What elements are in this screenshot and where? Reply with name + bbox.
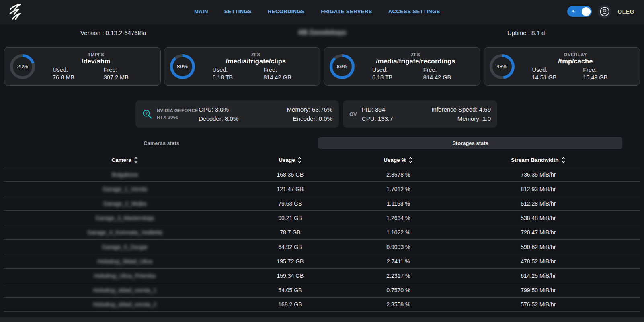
usage-percent-cell: 2.2317 %: [335, 273, 462, 279]
toggle-knob: [582, 7, 591, 16]
usage-cell: 78.7 GB: [246, 229, 334, 236]
username-label[interactable]: OLEG: [617, 8, 634, 15]
usage-cell: 90.21 GB: [246, 215, 334, 221]
gpu-encoder-stat: Encoder: 0.0%: [287, 115, 332, 122]
fs-type-label: ZFS: [197, 52, 315, 57]
detector-cpu-stat: CPU: 133.7: [362, 115, 393, 122]
column-header-usage[interactable]: Usage: [246, 157, 334, 163]
detector-pid-stat: PID: 894: [362, 106, 393, 113]
usage-cell: 159.34 GB: [246, 273, 334, 279]
table-row: Garage_3_Masterskaja 90.21 GB 1.2634 % 5…: [4, 210, 640, 225]
nav-link-recordings[interactable]: RECORDINGS: [268, 8, 305, 14]
bandwidth-cell: 478.52 MiB/hr: [462, 258, 615, 265]
camera-name-blurred: Bulgakova: [4, 171, 246, 178]
bandwidth-cell: 512.28 MiB/hr: [462, 200, 615, 207]
camera-name-blurred: Garage_3_Masterskaja: [4, 215, 246, 221]
table-row: Holodnyj_sklad_vorota_2 168.2 GB 2.3558 …: [4, 297, 640, 312]
table-header-row: Camera Usage Usage % Stream Bandwidth: [4, 153, 640, 167]
nav-link-access-settings[interactable]: ACCESS SETTINGS: [388, 8, 440, 14]
used-value: 6.18 TB: [372, 74, 423, 81]
version-label: Version : 0.13.2-6476f8a: [80, 29, 146, 36]
nav-links: MAIN SETTINGS RECORDINGS FRIGATE SERVERS…: [194, 8, 440, 14]
mount-path: /media/frigate/clips: [197, 57, 315, 65]
used-value: 76.8 MB: [53, 74, 104, 81]
usage-percent-cell: 0.7570 %: [335, 287, 462, 293]
camera-name-blurred: Garage_1_Vorota: [4, 186, 246, 192]
process-cards-row: ? NVIDIA GEFORCE RTX 3060 GPU: 3.0% Deco…: [135, 100, 644, 128]
free-value: 814.42 GB: [263, 74, 314, 81]
storage-cards-row: 20% TMPFS /dev/shm Used: Free: 76.8 MB 3…: [4, 47, 640, 86]
camera-name-blurred: Holodnyj_sklad_vorota_2: [4, 301, 246, 308]
bandwidth-cell: 538.48 MiB/hr: [462, 215, 615, 221]
bandwidth-cell: 590.62 MiB/hr: [462, 244, 615, 250]
usage-percent-cell: 1.2634 %: [335, 215, 462, 221]
stats-tabs: Cameras stats Storages stats: [4, 137, 640, 149]
usage-percent-cell: 2.3578 %: [335, 171, 462, 178]
user-icon: [599, 6, 610, 17]
free-label: Free:: [104, 67, 155, 73]
gpu-decoder-stat: Decoder: 8.0%: [199, 115, 238, 122]
column-header-usage-percent[interactable]: Usage %: [335, 157, 462, 163]
sort-icon: [297, 157, 302, 163]
fs-type-label: TMPFS: [37, 52, 155, 57]
sun-icon: ☀: [571, 9, 576, 14]
storage-percent: 89%: [332, 57, 352, 76]
free-value: 814.42 GB: [423, 74, 474, 81]
camera-name-blurred: Garage_2_Mojka: [4, 200, 246, 207]
storage-card-clips: 89% ZFS /media/frigate/clips Used: Free:…: [164, 47, 321, 86]
usage-cell: 195.72 GB: [246, 258, 334, 265]
storage-card-recordings: 89% ZFS /media/frigate/recordings Used: …: [324, 47, 480, 86]
info-bar: Version : 0.13.2-6476f8a AB Zavodskaya U…: [0, 23, 644, 42]
sort-icon: [561, 157, 566, 163]
table-row: Garage_2_Mojka 79.63 GB 1.1153 % 512.28 …: [4, 196, 640, 210]
used-value: 14.51 GB: [532, 74, 583, 81]
bandwidth-cell: 576.52 MiB/hr: [462, 301, 615, 308]
sort-icon: [408, 157, 413, 163]
usage-percent-cell: 1.1022 %: [335, 229, 462, 236]
server-title-blurred: AB Zavodskaya: [298, 29, 346, 36]
bandwidth-cell: 614.25 MiB/hr: [462, 273, 615, 279]
detector-name-label: OV: [349, 111, 357, 117]
usage-cell: 79.63 GB: [246, 200, 334, 207]
usage-percent-cell: 1.1153 %: [335, 200, 462, 207]
gpu-usage-stat: GPU: 3.0%: [199, 106, 238, 113]
camera-name-blurred: Garage_4_Komnata_Voditelej: [4, 229, 246, 236]
frigate-logo[interactable]: [6, 2, 26, 21]
storage-percent: 48%: [492, 57, 512, 76]
column-header-bandwidth[interactable]: Stream Bandwidth: [462, 157, 615, 163]
usage-cell: 121.47 GB: [246, 186, 334, 192]
bandwidth-cell: 736.35 MiB/hr: [462, 171, 615, 178]
fs-type-label: ZFS: [357, 52, 474, 57]
user-avatar-button[interactable]: [598, 5, 611, 18]
detector-inference-stat: Inference Speed: 4.59: [431, 106, 491, 113]
gpu-stats-card: ? NVIDIA GEFORCE RTX 3060 GPU: 3.0% Deco…: [135, 100, 339, 128]
nav-link-frigate-servers[interactable]: FRIGATE SERVERS: [321, 8, 372, 14]
usage-cell: 54.05 GB: [246, 287, 334, 293]
sort-icon: [134, 157, 138, 163]
top-navbar: MAIN SETTINGS RECORDINGS FRIGATE SERVERS…: [0, 0, 644, 23]
usage-cell: 168.35 GB: [246, 171, 334, 178]
theme-toggle[interactable]: ☀: [567, 6, 592, 17]
free-value: 307.2 MB: [104, 74, 155, 81]
tab-storages-stats[interactable]: Storages stats: [318, 137, 622, 149]
free-label: Free:: [263, 67, 314, 73]
column-header-camera[interactable]: Camera: [4, 157, 246, 163]
table-row: Bulgakova 168.35 GB 2.3578 % 736.35 MiB/…: [4, 167, 640, 181]
used-label: Used:: [372, 67, 423, 73]
usage-cell: 168.2 GB: [246, 301, 334, 308]
storage-donut: 89%: [170, 54, 195, 79]
magnifier-question-icon: ?: [142, 109, 153, 120]
free-label: Free:: [423, 67, 474, 73]
next-row-edge: [0, 317, 644, 322]
usage-percent-cell: 0.9093 %: [335, 244, 462, 250]
usage-percent-cell: 2.3558 %: [335, 301, 462, 308]
table-row: Garage_5_Zavgar 64.92 GB 0.9093 % 590.62…: [4, 239, 640, 254]
nav-link-main[interactable]: MAIN: [194, 8, 208, 14]
camera-name-blurred: Holodnyj_Ulica_Priemka: [4, 273, 246, 279]
camera-name-blurred: Holodnyj_Sklad_Ulica: [4, 258, 246, 265]
tab-cameras-stats[interactable]: Cameras stats: [4, 137, 319, 149]
storage-percent: 20%: [13, 57, 32, 76]
nav-link-settings[interactable]: SETTINGS: [224, 8, 252, 14]
camera-name-blurred: Garage_5_Zavgar: [4, 244, 246, 250]
mount-path: /tmp/cache: [517, 57, 634, 65]
